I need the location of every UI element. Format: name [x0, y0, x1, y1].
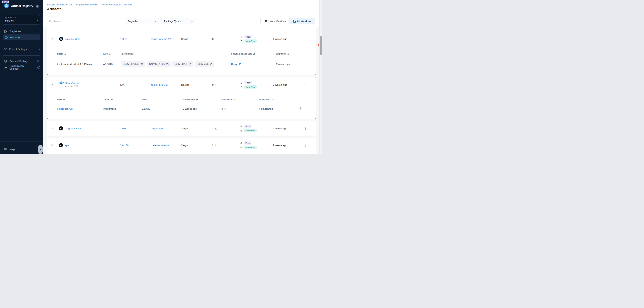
scan-status: Not Scanned [259, 107, 273, 110]
info-icon[interactable]: i [37, 60, 40, 62]
project-selector[interactable]: PROJECT build-en › [2, 15, 40, 25]
expand-row-button[interactable] [50, 143, 55, 147]
file-size: 46.37KB [103, 63, 113, 66]
copy-sha256-button[interactable]: Copy SHA-256 [147, 61, 170, 67]
collapse-row-button[interactable] [50, 37, 55, 41]
help-label: Help [10, 148, 15, 151]
sort-icon[interactable] [288, 53, 289, 55]
document-icon [294, 20, 296, 23]
sidebar-item-label: Project Settings [9, 48, 27, 51]
sidebar-divider [2, 44, 40, 44]
package-types-filter-dropdown[interactable]: Package Types [162, 18, 195, 24]
prod-count: 0 [240, 35, 242, 38]
all-versions-button[interactable]: All Versions [290, 18, 315, 24]
scrollbar-track[interactable] [320, 0, 322, 154]
digest-link[interactable]: eafc1edb577d [57, 107, 72, 110]
copy-md5-button[interactable]: Copy MD5 [195, 61, 214, 67]
column-header-checksum: CHECKSUM [122, 53, 134, 55]
breadcrumb-account-link[interactable]: Account: automation_har [47, 3, 72, 6]
package-type: Cargo [181, 127, 188, 130]
prod-count: 0 [240, 81, 242, 84]
artifact-repository-link[interactable]: docker-proxy-2 [151, 83, 168, 86]
breadcrumb-organization-link[interactable]: Organization: default [76, 3, 97, 6]
downloads-count: 0 [212, 83, 214, 86]
package-types-filter-label: Package Types [164, 20, 180, 23]
harness-logo-icon [4, 3, 9, 9]
sidebar-item-artifacts[interactable]: Artifacts [2, 34, 40, 40]
artifact-version-link[interactable]: 1.0.19 [120, 38, 128, 40]
chevron-up-icon [52, 38, 54, 40]
search-input[interactable] [53, 20, 120, 23]
copy-icon [189, 63, 191, 65]
column-header-created[interactable]: CREATED [276, 53, 289, 55]
column-header-digest: DIGEST [57, 98, 65, 100]
nonprod-count: 0 [240, 86, 242, 88]
chevron-right-icon: › [37, 19, 38, 22]
downloads-count: 1 [212, 144, 214, 147]
sidebar-item-project-settings[interactable]: ⚙ Project Settings › [0, 46, 43, 52]
layers-icon [264, 20, 267, 23]
expand-row-button[interactable] [50, 126, 55, 131]
download-icon [215, 84, 217, 86]
prod-count: 0 [240, 142, 242, 144]
sidebar-item-registries[interactable]: Registries [0, 28, 43, 34]
registries-filter-dropdown[interactable]: Registries [125, 18, 159, 24]
artifact-version-link[interactable]: 2.0.0 [120, 127, 126, 130]
sidebar-item-account-settings[interactable]: Account Settings i [0, 58, 43, 64]
file-row: /cratesunicode-ident-1.0.19.crate 46.37K… [47, 59, 316, 69]
artifact-name-link[interactable]: syn [65, 144, 69, 147]
digest-menu-button[interactable] [298, 106, 302, 111]
registries-icon [4, 30, 8, 33]
row-menu-button[interactable] [304, 37, 308, 41]
copy-sha512-button[interactable]: Copy SHA-512 [122, 61, 145, 67]
sidebar-item-organization-settings[interactable]: Organization Settings i [0, 64, 43, 71]
digest-row: eafc1edb577d linux/amd64 3.63MB 2 weeks … [47, 104, 316, 114]
sidebar-item-help[interactable]: ? Help [0, 146, 43, 152]
project-name: build-en [5, 19, 38, 22]
sort-icon[interactable] [109, 53, 110, 55]
artifact-card-cargo-package: R cargo-package 2.0.0 cargo-repo Cargo 0… [47, 121, 316, 136]
gear-icon: ⚙ [4, 48, 7, 51]
artifact-digest-short: eafc1edb577d [65, 85, 80, 88]
docker-package-icon [59, 81, 64, 86]
artifact-card-syn: R syn 2.0.106 crates-upstream Cargo 1 0P… [47, 138, 316, 154]
collapse-row-button[interactable] [50, 83, 55, 87]
column-header-downloads: DOWNLOADS [222, 98, 236, 100]
copy-sha1-button[interactable]: Copy SHA-1 [172, 61, 194, 67]
artifact-name-link[interactable]: library/alpine [65, 82, 80, 85]
row-menu-button[interactable] [304, 126, 308, 131]
artifact-repository-link[interactable]: cargo-up-temp-123 [151, 38, 172, 40]
column-header-name[interactable]: NAME [57, 53, 66, 55]
row-menu-button[interactable] [304, 143, 308, 147]
sidebar-divider [0, 141, 43, 141]
artifact-repository-link[interactable]: cargo-repo [150, 127, 163, 130]
row-menu-button[interactable] [304, 83, 308, 87]
accent-rule [2, 12, 40, 12]
chevron-down-icon [154, 21, 156, 22]
sidebar-item-label: Artifacts [10, 36, 20, 39]
artifact-card-unicode-ident: R unicode-ident 1.0.19 cargo-up-temp-123… [47, 32, 316, 75]
nonprod-count: 0 [240, 146, 242, 149]
downloads-count: 0 [212, 127, 214, 130]
artifact-repository-link[interactable]: crates-upstream [150, 144, 169, 147]
artifact-name-link[interactable]: unicode-ident [65, 38, 80, 40]
environment-badges: 0Prod 0Non-Prod [240, 35, 257, 43]
prod-badge: Prod [244, 141, 252, 145]
copy-download-command-link[interactable]: Copy [231, 63, 241, 66]
nonprod-badge: Non-Prod [244, 85, 257, 89]
prod-badge: Prod [244, 35, 252, 39]
sidebar-collapse-button[interactable]: ◀ [38, 145, 42, 154]
app-switcher-icon[interactable] [36, 5, 39, 8]
sidebar-item-label: Organization Settings [10, 65, 33, 70]
scrollbar-thumb[interactable] [320, 36, 322, 55]
sidebar-divider [2, 55, 40, 56]
page-title: Artifacts [47, 7, 62, 11]
artifact-name-link[interactable]: cargo-package [65, 127, 82, 130]
artifact-version-link[interactable]: 2.0.106 [120, 144, 128, 147]
copy-icon [210, 63, 212, 65]
column-header-size[interactable]: SIZE [103, 53, 110, 55]
latest-versions-button[interactable]: Latest Versions [260, 18, 290, 24]
info-icon[interactable]: i [37, 66, 40, 69]
breadcrumb-project-link[interactable]: Project: donotdelete-shivanand [101, 3, 132, 6]
sort-icon[interactable] [64, 53, 66, 55]
